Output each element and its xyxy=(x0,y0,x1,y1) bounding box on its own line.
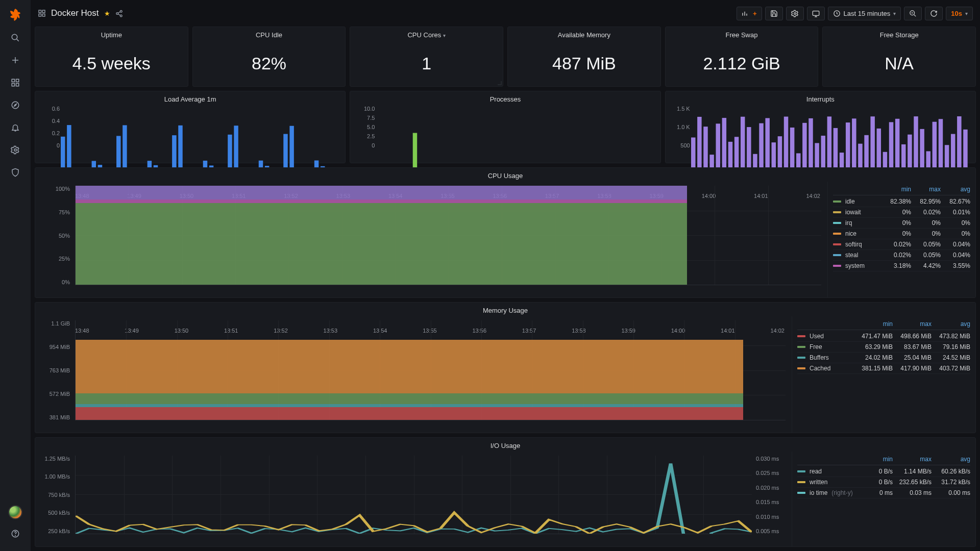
panel-load-average[interactable]: Load Average 1m 0.60.40.20 13:4813:5013:… xyxy=(35,91,346,163)
svg-rect-12 xyxy=(42,14,45,16)
panel-cpu-usage[interactable]: CPU Usage 100%75%50%25%0% 13:4813:4913:5… xyxy=(35,167,976,298)
legend-item[interactable]: idle 82.38%82.95%82.67% xyxy=(833,196,970,207)
panel-title: Available Memory xyxy=(508,27,660,41)
dashboard-settings-button[interactable] xyxy=(786,7,804,20)
dashboard-title[interactable]: Docker Host xyxy=(51,8,99,18)
panel-title: Uptime xyxy=(35,27,188,41)
dashboard-grid-icon[interactable] xyxy=(38,9,46,17)
favorite-star-icon[interactable]: ★ xyxy=(104,10,110,17)
series-name: irq xyxy=(845,219,852,227)
svg-point-14 xyxy=(116,12,118,14)
time-range-picker[interactable]: Last 15 minutes ▾ xyxy=(828,7,901,20)
panel-io-usage[interactable]: I/O Usage 1.25 MB/s1.00 MB/s750 kB/s500 … xyxy=(35,437,976,547)
refresh-button[interactable] xyxy=(925,7,943,20)
add-panel-button[interactable]: + xyxy=(737,7,762,20)
svg-point-15 xyxy=(120,15,122,17)
y-axis: 1.5 K1.0 K500 xyxy=(671,106,690,148)
y-axis-left: 1.25 MB/s1.00 MB/s750 kB/s500 kB/s250 kB… xyxy=(40,456,70,534)
svg-point-8 xyxy=(15,535,16,536)
resize-handle-icon[interactable] xyxy=(498,81,502,85)
svg-rect-4 xyxy=(16,84,19,86)
panel-free-swap[interactable]: Free Swap 2.112 GiB xyxy=(665,27,819,87)
panel-title: Processes xyxy=(350,91,660,105)
chevron-down-icon: ▾ xyxy=(893,11,896,16)
svg-point-13 xyxy=(120,10,122,12)
save-dashboard-button[interactable] xyxy=(765,7,783,20)
plus-icon[interactable] xyxy=(5,50,26,70)
stat-value: 487 MiB xyxy=(552,54,616,73)
svg-rect-3 xyxy=(12,84,14,86)
panel-uptime[interactable]: Uptime 4.5 weeks xyxy=(35,27,188,87)
legend-item[interactable]: softirq 0.02%0.05%0.04% xyxy=(833,239,970,250)
chart-area: 1.25 MB/s1.00 MB/s750 kB/s500 kB/s250 kB… xyxy=(35,452,792,546)
time-range-label: Last 15 minutes xyxy=(844,10,891,17)
series-name: nice xyxy=(845,230,856,237)
y-axis: 100%75%50%25%0% xyxy=(40,186,70,285)
legend-item[interactable]: Used 471.47 MiB498.66 MiB473.82 MiB xyxy=(797,331,970,342)
panel-title: Free Storage xyxy=(823,27,975,41)
legend-item[interactable]: io time (right-y) 0 ms0.03 ms0.00 ms xyxy=(797,488,970,498)
refresh-interval-picker[interactable]: 10s ▾ xyxy=(946,7,973,20)
panel-free-storage[interactable]: Free Storage N/A xyxy=(822,27,976,87)
panel-processes[interactable]: Processes 10.07.55.02.50 13:4813:5013:52… xyxy=(350,91,660,163)
y-axis-right: 0.030 ms0.025 ms0.020 ms0.015 ms0.010 ms… xyxy=(756,456,787,534)
plot xyxy=(75,320,786,420)
series-name: softirq xyxy=(845,241,862,248)
legend: minmaxavg idle 82.38%82.95%82.67% iowait… xyxy=(827,182,975,297)
zoom-out-button[interactable] xyxy=(904,7,922,20)
series-name: iowait xyxy=(845,209,861,216)
stat-value: N/A xyxy=(885,54,914,73)
user-avatar[interactable] xyxy=(5,502,26,522)
legend-item[interactable]: read 0 B/s1.14 MB/s60.26 kB/s xyxy=(797,466,970,477)
series-name: io time xyxy=(810,489,827,496)
legend-item[interactable]: irq 0%0%0% xyxy=(833,218,970,229)
help-icon[interactable] xyxy=(5,523,26,544)
alerting-icon[interactable] xyxy=(5,117,26,138)
svg-rect-9 xyxy=(39,10,41,13)
panel-interrupts[interactable]: Interrupts 1.5 K1.0 K500 13:4813:5013:52… xyxy=(665,91,976,163)
legend-item[interactable]: Buffers 24.02 MiB25.04 MiB24.52 MiB xyxy=(797,353,970,363)
svg-rect-2 xyxy=(16,79,19,82)
tv-mode-button[interactable] xyxy=(807,7,825,20)
panel-title: Free Swap xyxy=(666,27,818,41)
legend-item[interactable]: nice 0%0%0% xyxy=(833,229,970,239)
legend-item[interactable]: written 0 B/s232.65 kB/s31.72 kB/s xyxy=(797,477,970,488)
legend-item[interactable]: iowait 0%0.02%0.01% xyxy=(833,207,970,218)
stat-value: 82% xyxy=(252,54,286,73)
series-name: Free xyxy=(810,343,822,350)
panel-title: I/O Usage xyxy=(35,438,975,452)
chevron-down-icon[interactable]: ▾ xyxy=(443,33,446,38)
panel-memory-usage[interactable]: Memory Usage 1.1 GiB954 MiB763 MiB572 Mi… xyxy=(35,302,976,433)
chevron-down-icon: ▾ xyxy=(965,11,968,16)
stat-value: 2.112 GiB xyxy=(703,54,780,73)
topbar: Docker Host ★ + Last 15 minutes ▾ xyxy=(31,0,980,27)
legend-item[interactable]: Cached 381.15 MiB417.90 MiB403.72 MiB xyxy=(797,363,970,374)
grafana-logo[interactable] xyxy=(5,5,26,26)
dashboards-icon[interactable] xyxy=(5,72,26,93)
y-axis: 10.07.55.02.50 xyxy=(355,106,375,148)
panel-available-memory[interactable]: Available Memory 487 MiB xyxy=(507,27,661,87)
panel-cpu-cores[interactable]: CPU Cores ▾ 1 xyxy=(350,27,503,87)
series-name: steal xyxy=(845,252,858,259)
legend-item[interactable]: Free 63.29 MiB83.67 MiB79.16 MiB xyxy=(797,342,970,353)
explore-icon[interactable] xyxy=(5,95,26,115)
legend-item[interactable]: steal 0.02%0.05%0.04% xyxy=(833,250,970,261)
share-icon[interactable] xyxy=(115,10,123,17)
svg-point-5 xyxy=(12,102,19,109)
legend-item[interactable]: system 3.18%4.42%3.55% xyxy=(833,261,970,271)
configuration-icon[interactable] xyxy=(5,140,26,160)
series-name: Buffers xyxy=(810,354,829,361)
panel-cpu-idle[interactable]: CPU Idle 82% xyxy=(192,27,346,87)
series-name: written xyxy=(810,479,827,486)
series-name: idle xyxy=(845,198,855,205)
shield-icon[interactable] xyxy=(5,162,26,183)
series-name: Used xyxy=(810,333,824,340)
search-icon[interactable] xyxy=(5,28,26,48)
panel-title: Memory Usage xyxy=(35,303,975,316)
series-name: Cached xyxy=(810,365,830,372)
stat-value: 4.5 weeks xyxy=(72,54,151,73)
svg-rect-17 xyxy=(813,11,819,15)
panel-title: CPU Cores ▾ xyxy=(350,27,503,41)
panel-title: CPU Idle xyxy=(193,27,346,41)
series-name: read xyxy=(810,468,822,475)
